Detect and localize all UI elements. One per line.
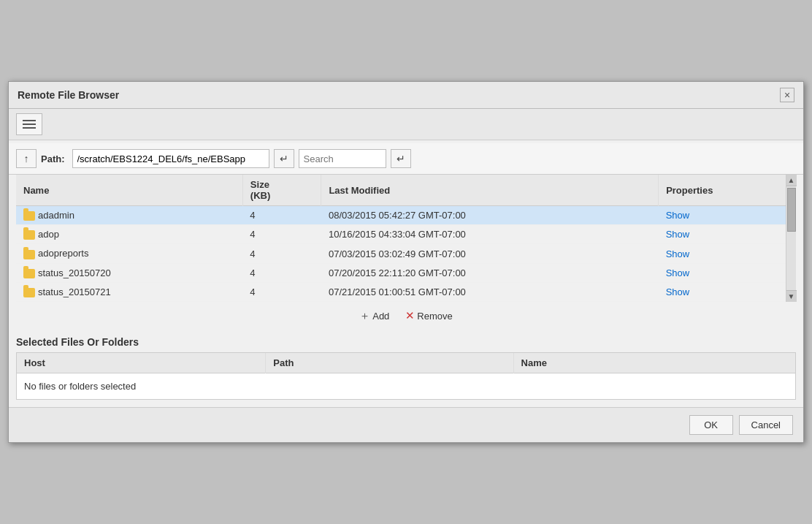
selected-table: Host Path Name No files or folders selec… — [17, 353, 795, 399]
file-table-wrapper: Name Size (KB) Last Modified Properties … — [16, 175, 796, 301]
menu-icon-line1 — [23, 120, 36, 121]
file-table: Name Size (KB) Last Modified Properties … — [16, 175, 796, 301]
path-label: Path: — [41, 153, 65, 164]
path-bar: ↑ Path: ↵ ↵ — [9, 143, 803, 175]
title-bar: Remote File Browser × — [9, 82, 803, 109]
dialog-body: ↑ Path: ↵ ↵ Name Size (KB) Last Modified… — [9, 140, 803, 406]
remove-label: Remove — [417, 311, 452, 322]
toolbar — [9, 109, 803, 140]
add-label: Add — [372, 311, 389, 322]
scroll-thumb[interactable] — [787, 188, 796, 232]
menu-icon-line3 — [23, 127, 36, 129]
file-browser-section: Name Size (KB) Last Modified Properties … — [16, 175, 796, 301]
file-size-cell: 4 — [242, 206, 321, 225]
selected-column-path: Path — [266, 353, 513, 373]
show-properties-link[interactable]: Show — [666, 229, 690, 240]
file-size-cell: 4 — [242, 244, 321, 263]
file-name-cell: adop — [16, 225, 242, 244]
file-name-cell: status_20150721 — [16, 282, 242, 301]
add-button[interactable]: ＋ Add — [355, 308, 394, 324]
file-size-cell: 4 — [242, 282, 321, 301]
table-row[interactable]: adop410/16/2015 04:33:04 GMT-07:00Show — [16, 225, 796, 244]
remove-icon: ✕ — [405, 309, 415, 322]
up-directory-button[interactable]: ↑ — [16, 149, 37, 168]
search-go-button[interactable]: ↵ — [391, 149, 411, 168]
add-icon: ＋ — [359, 309, 370, 323]
file-properties-cell[interactable]: Show — [659, 244, 796, 263]
file-modified-cell: 07/20/2015 22:11:20 GMT-07:00 — [321, 263, 659, 282]
column-modified: Last Modified — [321, 175, 659, 206]
show-properties-link[interactable]: Show — [666, 286, 690, 297]
selected-files-title: Selected Files Or Folders — [16, 330, 796, 352]
show-properties-link[interactable]: Show — [666, 267, 690, 278]
dialog-title: Remote File Browser — [18, 89, 119, 101]
file-size-cell: 4 — [242, 225, 321, 244]
remove-button[interactable]: ✕ Remove — [401, 308, 456, 324]
file-name-cell: adadmin — [16, 206, 242, 225]
show-properties-link[interactable]: Show — [666, 210, 690, 221]
file-properties-cell[interactable]: Show — [659, 263, 796, 282]
selected-files-section: Selected Files Or Folders Host Path Name… — [16, 330, 796, 400]
column-size: Size (KB) — [242, 175, 321, 206]
path-input[interactable] — [72, 149, 269, 168]
menu-icon-line2 — [23, 124, 36, 125]
file-size-cell: 4 — [242, 263, 321, 282]
search-input[interactable] — [299, 149, 386, 168]
cancel-button[interactable]: Cancel — [739, 415, 793, 435]
folder-icon — [23, 230, 35, 240]
no-files-text: No files or folders selected — [17, 373, 795, 399]
scrollbar: ▲ ▼ — [786, 175, 796, 301]
folder-icon — [23, 211, 35, 221]
file-properties-cell[interactable]: Show — [659, 225, 796, 244]
selected-table-wrapper: Host Path Name No files or folders selec… — [16, 352, 796, 400]
file-table-header: Name Size (KB) Last Modified Properties — [16, 175, 796, 206]
scroll-down-button[interactable]: ▼ — [786, 290, 797, 302]
add-remove-bar: ＋ Add ✕ Remove — [9, 302, 803, 330]
column-properties: Properties — [659, 175, 796, 206]
table-row[interactable]: status_20150721407/21/2015 01:00:51 GMT-… — [16, 282, 796, 301]
file-properties-cell[interactable]: Show — [659, 206, 796, 225]
ok-button[interactable]: OK — [689, 415, 733, 435]
file-name-cell: adopreports — [16, 244, 242, 263]
file-modified-cell: 07/21/2015 01:00:51 GMT-07:00 — [321, 282, 659, 301]
close-button[interactable]: × — [780, 88, 794, 102]
table-row[interactable]: adadmin408/03/2015 05:42:27 GMT-07:00Sho… — [16, 206, 796, 225]
footer: OK Cancel — [9, 407, 803, 442]
selected-column-host: Host — [17, 353, 266, 373]
menu-button[interactable] — [16, 113, 42, 135]
show-properties-link[interactable]: Show — [666, 248, 690, 259]
scroll-up-button[interactable]: ▲ — [786, 175, 797, 186]
file-modified-cell: 10/16/2015 04:33:04 GMT-07:00 — [321, 225, 659, 244]
selected-table-header: Host Path Name — [17, 353, 795, 373]
folder-icon — [23, 250, 35, 259]
table-row[interactable]: status_20150720407/20/2015 22:11:20 GMT-… — [16, 263, 796, 282]
folder-icon — [23, 269, 35, 278]
no-files-row: No files or folders selected — [17, 373, 795, 399]
file-name-cell: status_20150720 — [16, 263, 242, 282]
file-modified-cell: 08/03/2015 05:42:27 GMT-07:00 — [321, 206, 659, 225]
table-row[interactable]: adopreports407/03/2015 03:02:49 GMT-07:0… — [16, 244, 796, 263]
selected-column-name: Name — [513, 353, 795, 373]
remote-file-browser-dialog: Remote File Browser × ↑ Path: ↵ ↵ — [8, 81, 804, 442]
column-name: Name — [16, 175, 242, 206]
folder-icon — [23, 288, 35, 297]
file-properties-cell[interactable]: Show — [659, 282, 796, 301]
path-go-button[interactable]: ↵ — [274, 149, 294, 168]
file-modified-cell: 07/03/2015 03:02:49 GMT-07:00 — [321, 244, 659, 263]
